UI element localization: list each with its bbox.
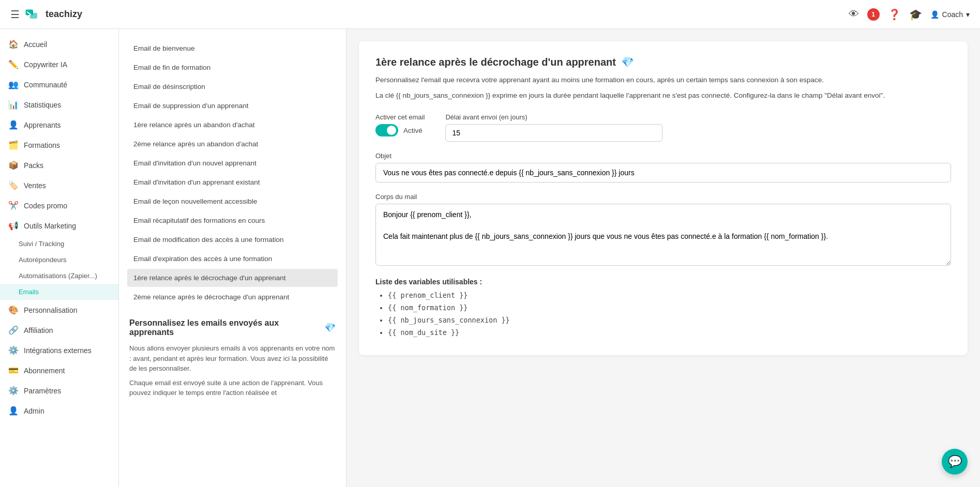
sidebar-item-abonnement[interactable]: 💳 Abonnement (0, 360, 118, 381)
variables-title: Liste des variables utilisables : (375, 278, 951, 286)
logo: teachizy (25, 6, 82, 23)
sidebar-item-codes-promo[interactable]: ✂️ Codes promo (0, 195, 118, 216)
email-list-item-email-lecon[interactable]: Email de leçon nouvellement accessible (127, 192, 338, 210)
main-content: 1ère relance après le décrochage d'un ap… (346, 29, 980, 487)
sidebar-label-ventes: Ventes (24, 181, 46, 190)
pen-icon: ✏️ (8, 59, 19, 69)
email-list-item-email-desinscription[interactable]: Email de désinscription (127, 78, 338, 96)
objet-input[interactable] (375, 163, 951, 182)
activate-group: Activer cet email Activé (375, 113, 425, 136)
coach-label: Coach (942, 10, 963, 19)
personalize-title: Personnalisez les emails envoyés aux app… (129, 318, 336, 337)
email-list-item-email-expiration-acces[interactable]: Email d'expiration des accès à une forma… (127, 250, 338, 268)
email-list-item-email-fin-formation[interactable]: Email de fin de formation (127, 58, 338, 77)
key-info-text: La clé {{ nb_jours_sans_connexion }} exp… (375, 90, 951, 101)
sidebar-item-parametres[interactable]: ⚙️ Paramètres (0, 381, 118, 401)
sidebar-item-affiliation[interactable]: 🔗 Affiliation (0, 320, 118, 340)
toggle-slider (375, 124, 398, 136)
logo-text: teachizy (46, 9, 82, 20)
chat-bubble[interactable]: 💬 (942, 449, 968, 475)
sidebar-item-accueil[interactable]: 🏠 Accueil (0, 34, 118, 54)
help-icon[interactable]: ❓ (888, 8, 901, 21)
delay-input[interactable] (445, 124, 662, 142)
page-layout: 🏠 Accueil ✏️ Copywriter IA 👥 Communauté … (0, 29, 980, 487)
sidebar-item-outils-marketing[interactable]: 📢 Outils Marketing (0, 216, 118, 236)
sidebar-label-communaute: Communauté (24, 81, 67, 89)
sidebar-item-statistiques[interactable]: 📊 Statistiques (0, 95, 118, 115)
top-navigation: ☰ teachizy 👁 1 ❓ 🎓 👤 Coach ▾ (0, 0, 980, 29)
email-list-item-email-modification-acces[interactable]: Email de modification des accès à une fo… (127, 231, 338, 249)
variables-list: {{ prenom_client }}{{ nom_formation }}{{… (375, 291, 951, 337)
email-list-item-relance-abandon-1[interactable]: 1ère relance après un abandon d'achat (127, 116, 338, 134)
toggle-active-label: Activé (403, 127, 423, 134)
activate-toggle[interactable] (375, 124, 398, 136)
personalize-section: Personnalisez les emails envoyés aux app… (127, 318, 338, 398)
coupon-icon: ✂️ (8, 201, 19, 210)
megaphone-icon: 📢 (8, 221, 19, 231)
objet-label: Objet (375, 152, 951, 160)
sidebar-item-packs[interactable]: 📦 Packs (0, 155, 118, 175)
sidebar-subitem-automatisations[interactable]: Automatisations (Zapier...) (0, 268, 118, 284)
sidebar-item-copywriter[interactable]: ✏️ Copywriter IA (0, 54, 118, 74)
eye-icon[interactable]: 👁 (849, 8, 859, 20)
corps-row: Corps du mail Bonjour {{ prenom_client }… (375, 193, 951, 267)
integrations-icon: ⚙️ (8, 345, 19, 355)
sidebar-item-personnalisation[interactable]: 🎨 Personnalisation (0, 300, 118, 320)
pack-icon: 📦 (8, 160, 19, 170)
email-list-item-email-suppression[interactable]: Email de suppression d'un apprenant (127, 97, 338, 115)
personalize-p2: Chaque email est envoyé suite à une acti… (129, 378, 336, 398)
variable-item: {{ nom_formation }} (388, 303, 951, 312)
sidebar-subitem-emails[interactable]: Emails (0, 284, 118, 300)
community-icon: 👥 (8, 80, 19, 89)
email-list-item-email-invitation-existant[interactable]: Email d'invitation d'un apprenant exista… (127, 173, 338, 191)
sidebar-label-outils-marketing: Outils Marketing (24, 222, 76, 230)
sidebar-item-admin[interactable]: 👤 Admin (0, 401, 118, 421)
palette-icon: 🎨 (8, 305, 19, 315)
sidebar-label-parametres: Paramètres (24, 387, 61, 395)
diamond-icon: 💎 (324, 322, 336, 333)
sidebar-item-formations[interactable]: 🗂️ Formations (0, 135, 118, 155)
email-list-item-relance-decrochage-1[interactable]: 1ère relance après le décrochage d'un ap… (127, 269, 338, 287)
email-list-item-email-bienvenue[interactable]: Email de bienvenue (127, 39, 338, 57)
email-list-item-email-recapitulatif[interactable]: Email récapitulatif des formations en co… (127, 211, 338, 230)
sidebar-item-integrations[interactable]: ⚙️ Intégrations externes (0, 340, 118, 360)
variable-item: {{ prenom_client }} (388, 291, 951, 299)
delay-label: Délai avant envoi (en jours) (445, 113, 662, 121)
sidebar-label-affiliation: Affiliation (24, 326, 53, 334)
activate-delay-row: Activer cet email Activé Délai avant env… (375, 113, 951, 142)
diamond-icon-title: 💎 (621, 56, 634, 68)
notification-badge[interactable]: 1 (867, 8, 880, 21)
email-list-item-relance-decrochage-2[interactable]: 2ème relance après le décrochage d'un ap… (127, 288, 338, 306)
sidebar-item-communaute[interactable]: 👥 Communauté (0, 74, 118, 95)
admin-icon: 👤 (8, 406, 19, 416)
tag-icon: 🏷️ (8, 180, 19, 190)
variable-item: {{ nb_jours_sans_connexion }} (388, 316, 951, 324)
sidebar-label-formations: Formations (24, 141, 60, 149)
nav-left: ☰ teachizy (10, 6, 82, 23)
sidebar-label-admin: Admin (24, 407, 44, 415)
sidebar-item-ventes[interactable]: 🏷️ Ventes (0, 175, 118, 195)
hamburger-button[interactable]: ☰ (10, 8, 20, 21)
sidebar-label-codes-promo: Codes promo (24, 202, 67, 210)
chevron-down-icon: ▾ (966, 10, 970, 19)
email-description: Personnalisez l'email que recevra votre … (375, 74, 951, 86)
email-list-item-email-invitation-nouvel[interactable]: Email d'invitation d'un nouvel apprenant (127, 154, 338, 172)
email-list-item-relance-abandon-2[interactable]: 2ème relance après un abandon d'achat (127, 135, 338, 153)
sidebar-item-apprenants[interactable]: 👤 Apprenants (0, 115, 118, 135)
account-icon: 👤 (930, 10, 939, 19)
folder-icon: 🗂️ (8, 140, 19, 150)
sidebar-label-apprenants: Apprenants (24, 121, 61, 129)
chart-icon: 📊 (8, 100, 19, 110)
sidebar-subitem-suivi[interactable]: Suivi / Tracking (0, 236, 118, 252)
sidebar-subitem-autorepondeurs[interactable]: Autorépondeurs (0, 252, 118, 268)
nav-right: 👁 1 ❓ 🎓 👤 Coach ▾ (849, 8, 970, 21)
variables-section: Liste des variables utilisables : {{ pre… (375, 278, 951, 337)
corps-textarea[interactable]: Bonjour {{ prenom_client }}, Cela fait m… (375, 204, 951, 266)
graduation-icon[interactable]: 🎓 (909, 8, 922, 21)
coach-menu[interactable]: 👤 Coach ▾ (930, 10, 970, 19)
sidebar-label-integrations: Intégrations externes (24, 346, 92, 355)
marketing-submenu: Suivi / Tracking Autorépondeurs Automati… (0, 236, 118, 300)
sidebar-label-abonnement: Abonnement (24, 367, 65, 375)
email-list: Email de bienvenueEmail de fin de format… (127, 39, 338, 306)
svg-rect-1 (30, 12, 37, 18)
